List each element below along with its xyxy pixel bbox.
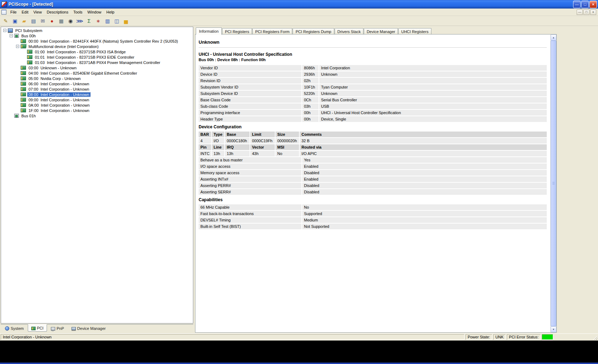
flag-label: I/O space access bbox=[199, 164, 301, 169]
tree-item[interactable]: 01:03 Intel Corporation - 82371AB PIIX4 … bbox=[1, 60, 193, 65]
info-value: 5220h bbox=[302, 91, 319, 96]
scroll-down-icon[interactable] bbox=[551, 326, 556, 332]
capability-value: Supported bbox=[302, 211, 547, 216]
menu-item[interactable]: File bbox=[8, 9, 19, 16]
view-tab[interactable]: Drivers Stack bbox=[335, 28, 363, 34]
mdi-close-button[interactable]: × bbox=[590, 10, 596, 15]
irq-table-row: INTC 13h 13h 43h No I/O APIC bbox=[199, 151, 547, 156]
menu-item[interactable]: Tools bbox=[71, 9, 85, 16]
mdi-restore-button[interactable]: □ bbox=[583, 10, 589, 15]
info-row: Subsystem Device ID 5220h Unknown bbox=[199, 91, 547, 96]
close-button[interactable]: × bbox=[589, 1, 597, 8]
resize-grip[interactable] bbox=[592, 335, 597, 340]
subsystem-tab[interactable]: System bbox=[1, 325, 27, 332]
device-icon bbox=[21, 66, 26, 70]
tree-item[interactable]: 01:01 Intel Corporation - 82371SB PIIX3 … bbox=[1, 54, 193, 60]
registers-icon[interactable]: Σ bbox=[85, 17, 93, 25]
tab-icon bbox=[72, 327, 76, 330]
device-icon bbox=[21, 92, 26, 96]
columns-icon[interactable]: ▥ bbox=[103, 17, 112, 25]
view-tab[interactable]: Information bbox=[196, 27, 222, 35]
capabilities-table: 66 MHz Capable No Fast back-to-back tran… bbox=[199, 204, 547, 229]
tree-item[interactable]: Multifunctional device (Intel Corporatio… bbox=[1, 44, 193, 49]
device-icon bbox=[14, 114, 19, 118]
menu-item[interactable]: Descriptions bbox=[44, 9, 71, 16]
tab-icon bbox=[5, 326, 9, 331]
tree-item[interactable]: 1F:00 Intel Corporation - Unknown bbox=[1, 108, 193, 113]
flag-row: Asserting INTx# Enabled bbox=[199, 176, 547, 182]
device-icon bbox=[21, 82, 26, 86]
cell: INTC bbox=[199, 151, 211, 156]
info-label: Revision ID bbox=[199, 78, 301, 84]
expand-toggle-icon[interactable] bbox=[16, 45, 19, 48]
flag-row: Memory space access Disabled bbox=[199, 170, 547, 176]
view-tab[interactable]: PCI Registers Form bbox=[252, 28, 293, 34]
subsystem-tab[interactable]: PnP bbox=[47, 325, 68, 332]
info-row: Header Type 00h Device, Single bbox=[199, 116, 547, 122]
maximize-button[interactable]: □ bbox=[581, 1, 589, 8]
tree-item[interactable]: 08:00 Intel Corporation - Unknown bbox=[1, 92, 193, 97]
device-icon bbox=[14, 34, 19, 38]
preview-icon[interactable]: ◉ bbox=[66, 17, 75, 25]
info-description: Intel Corporation bbox=[319, 65, 547, 71]
tree-item[interactable]: 09:00 Intel Corporation - Unknown bbox=[1, 97, 193, 102]
titlebar[interactable]: PCIScope - [Detected] — □ × bbox=[0, 0, 598, 9]
tree-item-label: 04:00 Intel Corporation - 82540EM Gigabi… bbox=[27, 71, 138, 75]
info-row: Device ID 2936h Unknown bbox=[199, 71, 547, 77]
tree-item[interactable]: PCI Subsystem bbox=[1, 28, 193, 33]
info-label: Sub-class Code bbox=[199, 103, 301, 109]
chart-icon[interactable]: ▅ bbox=[122, 17, 130, 25]
expand-toggle-icon[interactable] bbox=[3, 29, 6, 32]
minimize-button[interactable]: — bbox=[573, 1, 581, 8]
status-selected-device: Intel Corporation - Unknown bbox=[1, 334, 465, 340]
tree-item[interactable]: 07:00 Intel Corporation - Unknown bbox=[1, 86, 193, 92]
grid-icon[interactable]: ▦ bbox=[57, 17, 65, 25]
tree-item[interactable]: 03:00 Unknown - Unknown bbox=[1, 65, 193, 70]
col-header: Type bbox=[212, 132, 224, 137]
view-tab-label: UHCI Registers bbox=[401, 30, 428, 34]
expand-toggle-icon[interactable] bbox=[10, 34, 13, 37]
save-icon[interactable]: ▣ bbox=[11, 17, 19, 25]
send-mail-icon[interactable]: ✉ bbox=[38, 17, 47, 25]
tree-item-label: 06:00 Intel Corporation - Unknown bbox=[27, 82, 90, 86]
menu-item[interactable]: Help bbox=[104, 9, 117, 16]
tree-item[interactable]: Bus 01h bbox=[1, 113, 193, 118]
col-header: Comments bbox=[300, 132, 547, 137]
subsystem-tab[interactable]: Device Manager bbox=[68, 325, 109, 332]
info-value: 10F1h bbox=[302, 84, 319, 90]
tree-item-label: 07:00 Intel Corporation - Unknown bbox=[27, 87, 90, 91]
cell: 43h bbox=[250, 151, 275, 156]
view-tab[interactable]: PCI Registers bbox=[222, 28, 252, 34]
tree-item[interactable]: 00:00 Intel Corporation - 82441FX 440FX … bbox=[1, 38, 193, 44]
tree-item[interactable]: Bus 00h bbox=[1, 33, 193, 38]
information-page: Unknown UHCI - Universal Host Controller… bbox=[195, 34, 557, 333]
open-icon[interactable]: ▰ bbox=[20, 17, 28, 25]
info-label: Vendor ID bbox=[199, 65, 301, 71]
scrollbar-thumb[interactable] bbox=[551, 41, 556, 326]
menu-item[interactable]: Edit bbox=[19, 9, 31, 16]
tree-item[interactable]: 01:00 Intel Corporation - 82371SB PIIX3 … bbox=[1, 49, 193, 54]
document-icon[interactable] bbox=[1, 10, 6, 15]
mdi-minimize-button[interactable]: — bbox=[577, 10, 583, 15]
device-subtitle: UHCI - Universal Host Controller Specifi… bbox=[199, 52, 547, 57]
tab-label: System bbox=[11, 326, 24, 331]
view-tab[interactable]: UHCI Registers bbox=[398, 28, 431, 34]
tree-item[interactable]: 04:00 Intel Corporation - 82540EM Gigabi… bbox=[1, 70, 193, 76]
scroll-up-icon[interactable] bbox=[551, 34, 556, 41]
record-icon[interactable]: ● bbox=[48, 17, 56, 25]
tree-view-icon[interactable]: ∗ bbox=[94, 17, 103, 25]
compare-icon[interactable]: ⋙ bbox=[75, 17, 84, 25]
edit-report-icon[interactable]: ✎ bbox=[1, 17, 10, 25]
menu-item[interactable]: Window bbox=[85, 9, 104, 16]
view-tab[interactable]: Device Manager bbox=[364, 28, 398, 34]
screen: PCIScope - [Detected] — □ × File Edit bbox=[0, 0, 598, 364]
tree-item[interactable]: 0A:00 Intel Corporation - Unknown bbox=[1, 102, 193, 108]
copy-icon[interactable]: ▤ bbox=[29, 17, 38, 25]
view-tab[interactable]: PCI Registers Dump bbox=[293, 28, 334, 34]
menu-item[interactable]: View bbox=[31, 9, 44, 16]
tree-item[interactable]: 06:00 Intel Corporation - Unknown bbox=[1, 81, 193, 86]
window-icon[interactable]: ◫ bbox=[112, 17, 121, 25]
subsystem-tab[interactable]: PCI bbox=[28, 324, 47, 332]
tree-item[interactable]: 05:00 Nvidia Corp - Unknown bbox=[1, 76, 193, 81]
vertical-scrollbar bbox=[550, 34, 556, 332]
